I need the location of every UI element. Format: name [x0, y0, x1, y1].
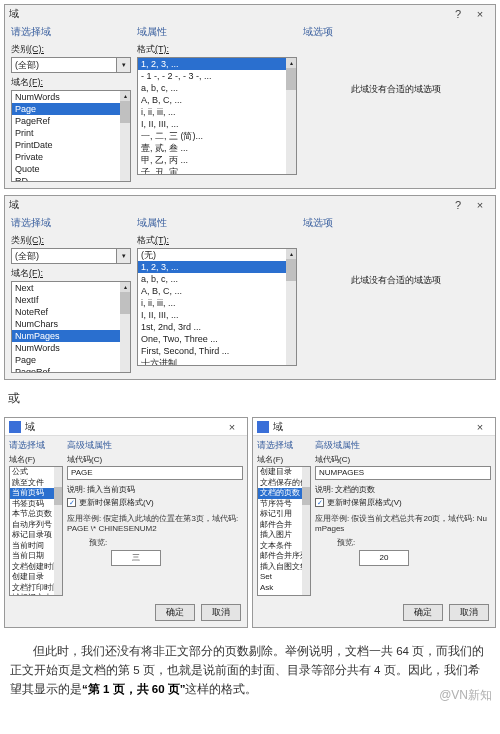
list-item[interactable]: One, Two, Three ... — [138, 333, 296, 345]
scrollbar[interactable]: ▴ — [120, 91, 130, 181]
titlebar: 域 ? × — [5, 5, 495, 23]
list-item[interactable]: 壹, 贰, 叁 ... — [138, 142, 296, 154]
format-list[interactable]: (无)1, 2, 3, ...a, b, c, ...A, B, C, ...i… — [137, 248, 297, 366]
close-button[interactable]: × — [221, 421, 243, 433]
list-item[interactable]: NumWords — [12, 91, 130, 103]
list-item[interactable]: Print — [12, 127, 130, 139]
list-item[interactable]: Quote — [12, 163, 130, 175]
preserve-label: 更新时保留原格式(V) — [327, 497, 402, 508]
list-item[interactable]: I, II, III, ... — [138, 309, 296, 321]
section-advanced: 高级域属性 — [67, 440, 243, 452]
dialog-title: 域 — [25, 420, 221, 434]
scrollbar[interactable] — [302, 467, 310, 595]
list-item[interactable]: Page — [12, 354, 130, 366]
list-item[interactable]: A, B, C, ... — [138, 285, 296, 297]
list-item[interactable]: 1, 2, 3, ... — [138, 58, 296, 70]
code-input[interactable]: NUMPAGES — [315, 466, 491, 480]
example-text: 应用举例: 假设当前文档总共有20页，域代码: NumPages — [315, 514, 491, 535]
code-input[interactable]: PAGE — [67, 466, 243, 480]
preview-label: 预览: — [67, 537, 243, 548]
list-item[interactable]: A, B, C, ... — [138, 94, 296, 106]
help-button[interactable]: ? — [447, 8, 469, 20]
close-button[interactable]: × — [469, 421, 491, 433]
list-item[interactable]: (无) — [138, 249, 296, 261]
list-item[interactable]: NoteRef — [12, 306, 130, 318]
titlebar: 域 × — [5, 418, 247, 436]
format-list[interactable]: 1, 2, 3, ...- 1 -, - 2 -, - 3 -, ...a, b… — [137, 57, 297, 175]
fieldname-list[interactable]: NextNextIfNoteRefNumCharsNumPagesNumWord… — [11, 281, 131, 373]
list-item[interactable]: 子, 丑, 寅 ... — [138, 166, 296, 175]
list-item[interactable]: i, ii, iii, ... — [138, 106, 296, 118]
ok-button[interactable]: 确定 — [155, 604, 195, 621]
fieldname-list[interactable]: NumWordsPagePageRefPrintPrintDatePrivate… — [11, 90, 131, 182]
dialog-title: 域 — [273, 420, 469, 434]
scrollbar[interactable]: ▴ — [286, 249, 296, 365]
section-select-field: 请选择域 — [11, 216, 131, 230]
list-item[interactable]: NextIf — [12, 294, 130, 306]
field-dialog-page: 域 ? × 请选择域 类别(C): (全部) ▾ 域名(F): NumWords… — [4, 4, 496, 189]
preserve-checkbox[interactable]: ✓ 更新时保留原格式(V) — [315, 497, 491, 508]
scrollbar[interactable] — [54, 467, 62, 595]
list-item[interactable]: 1, 2, 3, ... — [138, 261, 296, 273]
list-item[interactable]: PageRef — [12, 366, 130, 373]
list-item[interactable]: a, b, c, ... — [138, 273, 296, 285]
chevron-down-icon[interactable]: ▾ — [117, 248, 131, 264]
list-item[interactable]: First, Second, Third ... — [138, 345, 296, 357]
close-button[interactable]: × — [469, 199, 491, 211]
app-icon — [257, 421, 269, 433]
titlebar: 域 ? × — [5, 196, 495, 214]
fieldname-list[interactable]: 公式跳至文件当前页码书签页码本节总页数自动序列号标记目录项当前时间当前日期文档创… — [9, 466, 63, 596]
list-item[interactable]: NumPages — [12, 330, 130, 342]
category-label: 类别(C): — [11, 234, 131, 247]
list-item[interactable]: Page — [12, 103, 130, 115]
category-label: 类别(C): — [11, 43, 131, 56]
section-options: 域选项 — [303, 25, 489, 39]
format-label: 格式(T): — [137, 43, 297, 56]
cancel-button[interactable]: 取消 — [201, 604, 241, 621]
list-item[interactable]: 十六进制 ... — [138, 357, 296, 366]
close-button[interactable]: × — [469, 8, 491, 20]
preserve-label: 更新时保留原格式(V) — [79, 497, 154, 508]
list-item[interactable]: RD — [12, 175, 130, 182]
explanation-paragraph: 但此时，我们还没有将非正文部分的页数剔除。举例说明，文档一共 64 页，而我们的… — [10, 642, 490, 699]
list-item[interactable]: Private — [12, 151, 130, 163]
help-button[interactable]: ? — [447, 199, 469, 211]
fieldname-label: 域名(F): — [11, 267, 131, 280]
desc-text: 说明: 插入当前页码 — [67, 484, 243, 495]
scrollbar[interactable]: ▴ — [120, 282, 130, 372]
section-select-field: 请选择域 — [257, 440, 311, 452]
list-item[interactable]: NumChars — [12, 318, 130, 330]
chevron-down-icon[interactable]: ▾ — [117, 57, 131, 73]
scrollbar[interactable]: ▴ — [286, 58, 296, 174]
list-item[interactable]: - 1 -, - 2 -, - 3 -, ... — [138, 70, 296, 82]
field-dialog-wps-numpages: 域 × 请选择域 域名(F) 创建目录文档保存的值文档的页数节序符号标记引用邮件… — [252, 417, 496, 628]
list-item[interactable]: a, b, c, ... — [138, 82, 296, 94]
list-item[interactable]: i, ii, iii, ... — [138, 297, 296, 309]
code-label: 域代码(C) — [67, 454, 243, 465]
no-options-text: 此域没有合适的域选项 — [303, 43, 489, 96]
list-item[interactable]: I, II, III, ... — [138, 118, 296, 130]
section-properties: 域属性 — [137, 25, 297, 39]
preview-label: 预览: — [315, 537, 491, 548]
list-item[interactable]: NumWords — [12, 342, 130, 354]
section-select-field: 请选择域 — [11, 25, 131, 39]
code-label: 域代码(C) — [315, 454, 491, 465]
dialog-title: 域 — [9, 7, 447, 21]
fieldname-list[interactable]: 创建目录文档保存的值文档的页数节序符号标记引用邮件合并插入图片文本条件邮件合并序… — [257, 466, 311, 596]
preview-box: 三 — [111, 550, 161, 566]
preserve-checkbox[interactable]: ✓ 更新时保留原格式(V) — [67, 497, 243, 508]
list-item[interactable]: PageRef — [12, 115, 130, 127]
list-item[interactable]: PrintDate — [12, 139, 130, 151]
list-item[interactable]: 一, 二, 三 (简)... — [138, 130, 296, 142]
category-value: (全部) — [11, 248, 117, 264]
list-item[interactable]: 甲, 乙, 丙 ... — [138, 154, 296, 166]
list-item[interactable]: Next — [12, 282, 130, 294]
no-options-text: 此域没有合适的域选项 — [303, 234, 489, 287]
cancel-button[interactable]: 取消 — [449, 604, 489, 621]
list-item[interactable]: 1st, 2nd, 3rd ... — [138, 321, 296, 333]
category-combo[interactable]: (全部) ▾ — [11, 248, 131, 264]
category-combo[interactable]: (全部) ▾ — [11, 57, 131, 73]
titlebar: 域 × — [253, 418, 495, 436]
ok-button[interactable]: 确定 — [403, 604, 443, 621]
or-separator: 或 — [8, 390, 492, 407]
